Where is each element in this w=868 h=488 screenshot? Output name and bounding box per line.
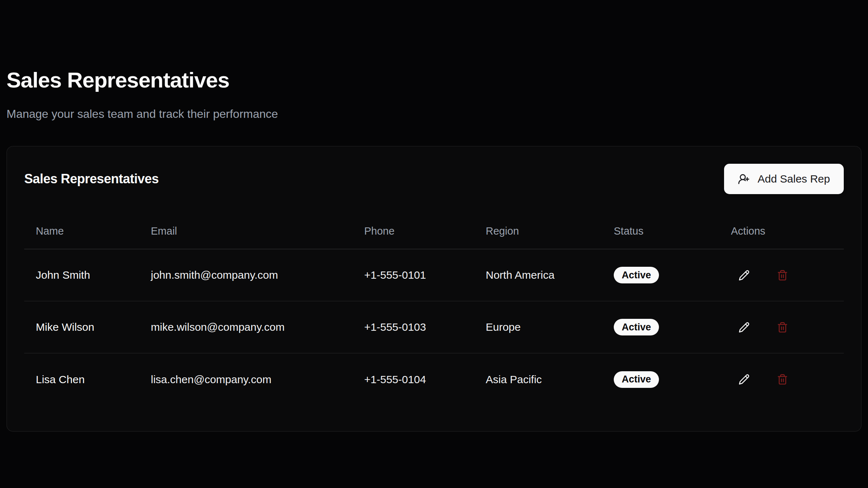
page-subtitle: Manage your sales team and track their p… (7, 106, 861, 121)
cell-email: mike.wilson@company.com (139, 301, 353, 353)
cell-status: Active (602, 353, 719, 405)
cell-region: Europe (474, 301, 602, 353)
cell-phone: +1-555-0101 (353, 249, 474, 301)
trash-icon (777, 270, 788, 281)
table-row: Lisa Chen lisa.chen@company.com +1-555-0… (24, 353, 844, 405)
cell-region: Asia Pacific (474, 353, 602, 405)
pencil-icon (739, 322, 750, 333)
edit-button[interactable] (734, 265, 754, 285)
pencil-icon (739, 270, 750, 281)
delete-button[interactable] (772, 265, 792, 285)
add-sales-rep-label: Add Sales Rep (758, 173, 830, 185)
cell-name: Lisa Chen (24, 353, 139, 405)
edit-button[interactable] (734, 369, 754, 390)
column-header-status: Status (602, 213, 719, 249)
table-row: Mike Wilson mike.wilson@company.com +1-5… (24, 301, 844, 353)
delete-button[interactable] (772, 317, 792, 337)
cell-name: Mike Wilson (24, 301, 139, 353)
status-badge: Active (614, 267, 659, 283)
card-title: Sales Representatives (24, 171, 159, 187)
delete-button[interactable] (772, 369, 792, 390)
sales-reps-card: Sales Representatives Add Sales Rep (7, 146, 861, 432)
trash-icon (777, 322, 788, 333)
cell-name: John Smith (24, 249, 139, 301)
status-badge: Active (614, 371, 659, 388)
table-header-row: Name Email Phone Region Status Actions (24, 213, 844, 249)
table-body: John Smith john.smith@company.com +1-555… (24, 249, 844, 405)
cell-phone: +1-555-0104 (353, 353, 474, 405)
trash-icon (777, 374, 788, 385)
cell-status: Active (602, 249, 719, 301)
cell-region: North America (474, 249, 602, 301)
cell-actions (719, 249, 844, 301)
edit-button[interactable] (734, 317, 754, 337)
pencil-icon (739, 374, 750, 385)
cell-actions (719, 353, 844, 405)
cell-email: lisa.chen@company.com (139, 353, 353, 405)
status-badge: Active (614, 319, 659, 335)
column-header-phone: Phone (353, 213, 474, 249)
table-wrap: Name Email Phone Region Status Actions J… (7, 213, 861, 431)
add-sales-rep-button[interactable]: Add Sales Rep (724, 164, 844, 194)
cell-status: Active (602, 301, 719, 353)
cell-phone: +1-555-0103 (353, 301, 474, 353)
row-actions (731, 265, 832, 285)
column-header-name: Name (24, 213, 139, 249)
user-plus-icon (738, 173, 750, 185)
row-actions (731, 317, 832, 337)
cell-actions (719, 301, 844, 353)
sales-reps-table: Name Email Phone Region Status Actions J… (24, 213, 844, 405)
column-header-email: Email (139, 213, 353, 249)
column-header-region: Region (474, 213, 602, 249)
card-header: Sales Representatives Add Sales Rep (7, 146, 861, 194)
table-row: John Smith john.smith@company.com +1-555… (24, 249, 844, 301)
cell-email: john.smith@company.com (139, 249, 353, 301)
page: Sales Representatives Manage your sales … (0, 0, 868, 432)
page-title: Sales Representatives (7, 0, 861, 91)
column-header-actions: Actions (719, 213, 844, 249)
row-actions (731, 369, 832, 390)
